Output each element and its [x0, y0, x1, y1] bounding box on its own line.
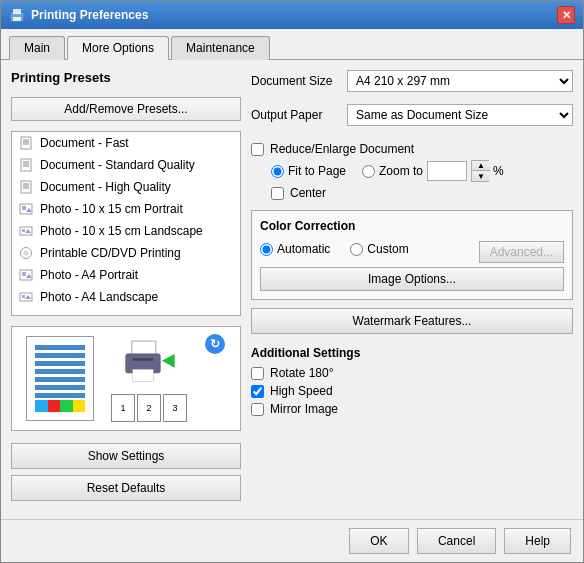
list-item[interactable]: Document - Standard Quality	[12, 154, 240, 176]
preset-label: Photo - A4 Portrait	[40, 268, 138, 282]
custom-radio[interactable]	[350, 243, 363, 256]
advanced-button[interactable]: Advanced...	[479, 241, 564, 263]
tab-more-options[interactable]: More Options	[67, 36, 169, 60]
list-item[interactable]: Document - High Quality	[12, 176, 240, 198]
print-copies: 1 2 3	[111, 394, 187, 422]
list-item[interactable]: Photo - 10 x 15 cm Landscape	[12, 220, 240, 242]
watermark-button[interactable]: Watermark Features...	[251, 308, 573, 334]
svg-rect-32	[133, 358, 154, 361]
svg-rect-25	[22, 272, 26, 276]
tab-main[interactable]: Main	[9, 36, 65, 60]
list-item[interactable]: Document - Fast	[12, 132, 240, 154]
fit-to-page-radio[interactable]	[271, 165, 284, 178]
custom-label[interactable]: Custom	[367, 242, 408, 256]
list-item[interactable]: Photo - A4 Portrait	[12, 264, 240, 286]
zoom-to-option: Zoom to ▲ ▼ %	[362, 160, 504, 182]
add-remove-presets-button[interactable]: Add/Remove Presets...	[11, 97, 241, 121]
reduce-enlarge-checkbox[interactable]	[251, 143, 264, 156]
document-size-select[interactable]: A4 210 x 297 mm	[347, 70, 573, 92]
rotate180-label[interactable]: Rotate 180°	[270, 366, 334, 380]
svg-marker-34	[162, 354, 175, 368]
help-button[interactable]: Help	[504, 528, 571, 554]
cd-icon	[18, 245, 34, 261]
paper-lines	[35, 345, 85, 398]
center-label[interactable]: Center	[290, 186, 326, 200]
paper-preview	[26, 336, 94, 421]
zoom-value-input[interactable]	[427, 161, 467, 181]
update-icon: ↻	[204, 333, 226, 355]
automatic-radio[interactable]	[260, 243, 273, 256]
preset-label: Photo - 10 x 15 cm Portrait	[40, 202, 183, 216]
mirror-image-checkbox[interactable]	[251, 403, 264, 416]
svg-rect-1	[13, 9, 21, 14]
document-size-label: Document Size	[251, 74, 339, 88]
zoom-up-button[interactable]: ▲	[472, 161, 490, 171]
main-window: Printing Preferences ✕ Main More Options…	[0, 0, 584, 563]
zoom-to-radio[interactable]	[362, 165, 375, 178]
color-correction-title: Color Correction	[260, 219, 564, 233]
center-checkbox[interactable]	[271, 187, 284, 200]
right-panel: Document Size A4 210 x 297 mm Output Pap…	[251, 70, 573, 509]
high-speed-row: High Speed	[251, 384, 573, 398]
list-item[interactable]: Photo - A4 Landscape	[12, 286, 240, 308]
presets-list[interactable]: Document - Fast Document - Standard Qual…	[11, 131, 241, 316]
image-options-button[interactable]: Image Options...	[260, 267, 564, 291]
preview-area: 1 2 3 ↻	[11, 326, 241, 431]
cancel-button[interactable]: Cancel	[417, 528, 496, 554]
color-correction-box: Color Correction Automatic Custom Advanc…	[251, 210, 573, 300]
mirror-image-label[interactable]: Mirror Image	[270, 402, 338, 416]
list-item[interactable]: Photo - 10 x 15 cm Portrait	[12, 198, 240, 220]
additional-settings: Additional Settings Rotate 180° High Spe…	[251, 346, 573, 420]
svg-rect-16	[22, 206, 26, 210]
reset-defaults-button[interactable]: Reset Defaults	[11, 475, 241, 501]
additional-title: Additional Settings	[251, 346, 573, 360]
document-size-row: Document Size A4 210 x 297 mm	[251, 70, 573, 92]
zoom-to-label[interactable]: Zoom to	[379, 164, 423, 178]
output-paper-row: Output Paper Same as Document Size	[251, 104, 573, 126]
close-button[interactable]: ✕	[557, 6, 575, 24]
photo-landscape-icon	[18, 289, 34, 305]
zoom-down-button[interactable]: ▼	[472, 171, 490, 181]
window-title: Printing Preferences	[31, 8, 148, 22]
output-paper-select[interactable]: Same as Document Size	[347, 104, 573, 126]
bottom-buttons: Show Settings Reset Defaults	[11, 443, 241, 501]
svg-rect-18	[20, 227, 32, 235]
doc-icon	[18, 179, 34, 195]
svg-rect-19	[22, 229, 25, 232]
photo-landscape-icon	[18, 223, 34, 239]
svg-rect-11	[21, 181, 31, 193]
output-paper-label: Output Paper	[251, 108, 339, 122]
tab-bar: Main More Options Maintenance	[1, 29, 583, 60]
preset-label: Document - Standard Quality	[40, 158, 195, 172]
rotate180-checkbox[interactable]	[251, 367, 264, 380]
doc-icon	[18, 135, 34, 151]
list-item[interactable]: Printable CD/DVD Printing	[12, 242, 240, 264]
reduce-enlarge-label[interactable]: Reduce/Enlarge Document	[270, 142, 414, 156]
title-bar-left: Printing Preferences	[9, 7, 148, 23]
svg-rect-2	[13, 17, 21, 21]
printer-icon	[9, 7, 25, 23]
color-bar	[35, 400, 85, 412]
fit-to-page-label[interactable]: Fit to Page	[288, 164, 346, 178]
title-bar: Printing Preferences ✕	[1, 1, 583, 29]
presets-title: Printing Presets	[11, 70, 241, 85]
mirror-image-row: Mirror Image	[251, 402, 573, 416]
show-settings-button[interactable]: Show Settings	[11, 443, 241, 469]
tab-maintenance[interactable]: Maintenance	[171, 36, 270, 60]
svg-rect-33	[133, 369, 154, 381]
svg-point-23	[25, 252, 27, 254]
high-speed-checkbox[interactable]	[251, 385, 264, 398]
zoom-spinner[interactable]: ▲ ▼	[471, 160, 489, 182]
rotate180-row: Rotate 180°	[251, 366, 573, 380]
printer-svg-icon	[119, 335, 179, 390]
center-row: Center	[271, 186, 573, 200]
automatic-label[interactable]: Automatic	[277, 242, 330, 256]
correction-radios: Automatic Custom	[260, 242, 409, 256]
photo-icon	[18, 201, 34, 217]
high-speed-label[interactable]: High Speed	[270, 384, 333, 398]
svg-rect-27	[20, 293, 32, 301]
svg-rect-28	[22, 295, 25, 298]
preset-label: Photo - A4 Landscape	[40, 290, 158, 304]
fit-to-page-option: Fit to Page	[271, 164, 346, 178]
ok-button[interactable]: OK	[349, 528, 409, 554]
